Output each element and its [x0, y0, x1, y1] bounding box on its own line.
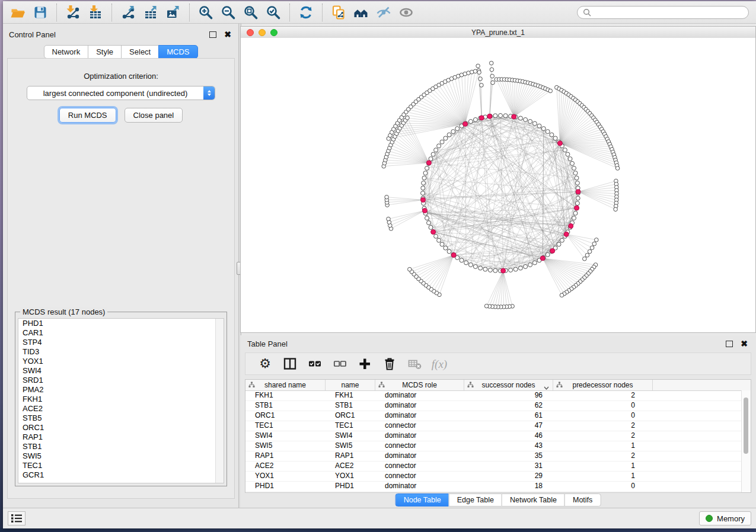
table-row[interactable]: RAP1RAP1dominator352 — [245, 451, 751, 462]
mcds-result-list[interactable]: PHD1CAR1STP4TID3YOX1SWI4SRD1PMA2FKH1ACE2… — [18, 318, 224, 483]
mcds-result-item[interactable]: SWI5 — [18, 451, 224, 461]
tab-mcds[interactable]: MCDS — [158, 45, 197, 59]
cell: 1 — [553, 462, 653, 471]
tab-network[interactable]: Network — [43, 45, 88, 59]
mcds-result-item[interactable]: STB1 — [18, 442, 224, 451]
mcds-result-scrollbar[interactable] — [215, 319, 224, 483]
import-network-button[interactable] — [62, 3, 84, 22]
optimization-criterion-select[interactable]: largest connected component (undirected) — [27, 86, 215, 100]
table-row[interactable]: YOX1YOX1connector291 — [245, 472, 751, 482]
network-view-window: YPA_prune.txt_1 — [240, 26, 756, 333]
table-row[interactable]: PHD1PHD1dominator180 — [245, 482, 751, 492]
mcds-result-item[interactable]: STB5 — [18, 414, 224, 423]
mcds-result-item[interactable]: TEC1 — [18, 461, 224, 470]
mcds-result-item[interactable]: GCR1 — [18, 470, 224, 480]
cell: 61 — [464, 411, 553, 421]
network-canvas[interactable] — [241, 38, 755, 332]
column-header-successor-nodes[interactable]: successor nodes — [464, 380, 553, 390]
tab-motifs[interactable]: Motifs — [564, 493, 601, 507]
tab-node-table[interactable]: Node Table — [395, 493, 449, 507]
show-all-button[interactable] — [395, 3, 417, 22]
tab-select[interactable]: Select — [121, 45, 159, 59]
table-settings-button[interactable]: ⚙ — [253, 354, 277, 373]
run-mcds-button[interactable]: Run MCDS — [59, 108, 116, 123]
import-table-button[interactable] — [84, 3, 107, 22]
column-header-name[interactable]: name — [326, 380, 375, 390]
zoom-fit-button[interactable] — [240, 3, 262, 22]
first-neighbors-button[interactable] — [350, 3, 372, 22]
zoom-in-button[interactable] — [194, 3, 217, 22]
table-row[interactable]: ACE2ACE2connector311 — [245, 462, 751, 472]
mcds-result-item[interactable]: TID3 — [18, 347, 224, 357]
maximize-window-icon[interactable] — [270, 29, 277, 36]
open-session-button[interactable] — [7, 3, 29, 22]
table-scrollbar[interactable] — [741, 390, 751, 492]
tab-network-table[interactable]: Network Table — [502, 493, 565, 507]
close-panel-icon[interactable]: ✖ — [224, 30, 231, 39]
network-view-titlebar[interactable]: YPA_prune.txt_1 — [241, 27, 755, 39]
hide-selected-button[interactable] — [372, 3, 395, 22]
cell: FKH1 — [326, 391, 375, 400]
mcds-result-item[interactable]: SRD1 — [18, 376, 224, 385]
cell: dominator — [375, 411, 464, 421]
memory-button[interactable]: Memory — [699, 511, 751, 525]
tab-style[interactable]: Style — [88, 45, 122, 59]
close-panel-button[interactable]: Close panel — [125, 108, 183, 123]
search-input[interactable] — [595, 8, 743, 17]
export-table-button[interactable] — [139, 3, 162, 22]
mcds-result-item[interactable]: PHD1 — [18, 319, 224, 328]
table-row[interactable]: STB1STB1dominator620 — [245, 401, 751, 411]
mcds-result-item[interactable]: ORC1 — [18, 423, 224, 432]
apply-layout-button[interactable] — [295, 3, 317, 22]
clear-selection-button[interactable] — [327, 354, 352, 373]
cell: 43 — [464, 441, 553, 451]
float-table-panel-icon[interactable] — [726, 341, 733, 347]
tree-icon — [467, 382, 474, 390]
table-scrollbar-thumb[interactable] — [744, 398, 748, 454]
column-header-shared-name[interactable]: shared name — [245, 380, 326, 390]
mcds-result-item[interactable]: ACE2 — [18, 404, 224, 414]
mcds-result-item[interactable]: CAR1 — [18, 328, 224, 338]
mcds-result-item[interactable]: PMA2 — [18, 385, 224, 395]
minimize-window-icon[interactable] — [259, 29, 266, 36]
mcds-result-item[interactable]: STP4 — [18, 338, 224, 347]
column-header-predecessor-nodes[interactable]: predecessor nodes — [553, 380, 653, 390]
clear-selection-icon — [333, 357, 347, 371]
cell: dominator — [375, 451, 464, 461]
table-body: FKH1FKH1dominator962STB1STB1dominator620… — [245, 391, 751, 492]
close-window-icon[interactable] — [247, 29, 254, 36]
mcds-panel: Optimization criterion: largest connecte… — [7, 58, 235, 499]
toggle-columns-button[interactable] — [277, 354, 302, 373]
table-row[interactable]: FKH1FKH1dominator962 — [245, 391, 751, 401]
mcds-result-item[interactable]: FKH1 — [18, 395, 224, 404]
network-from-selection-button[interactable] — [327, 3, 350, 22]
table-row[interactable]: SWI5SWI5connector431 — [245, 441, 751, 451]
mcds-result-item[interactable]: SWI4 — [18, 366, 224, 376]
select-all-button[interactable] — [302, 354, 327, 373]
mcds-result-item[interactable]: RAP1 — [18, 432, 224, 442]
cell: RAP1 — [245, 451, 326, 461]
delete-columns-button[interactable] — [377, 354, 402, 373]
table-row[interactable]: TEC1TEC1connector472 — [245, 421, 751, 431]
search-box[interactable] — [577, 6, 749, 19]
table-row[interactable]: SWI4SWI4dominator462 — [245, 431, 751, 441]
mcds-result-item[interactable]: YOX1 — [18, 357, 224, 366]
zoom-selected-button[interactable] — [262, 3, 285, 22]
float-panel-icon[interactable] — [209, 31, 216, 38]
tab-edge-table[interactable]: Edge Table — [449, 493, 502, 507]
create-column-button[interactable] — [352, 354, 377, 373]
column-header-MCDS-role[interactable]: MCDS role — [375, 380, 464, 390]
open-session-icon — [10, 5, 25, 20]
toolbar-separator — [322, 4, 323, 21]
column-label: predecessor nodes — [572, 381, 633, 389]
save-session-button[interactable] — [29, 3, 52, 22]
export-network-button[interactable] — [117, 3, 139, 22]
show-panels-list-button[interactable] — [8, 511, 25, 525]
close-table-panel-icon[interactable]: ✖ — [741, 339, 748, 348]
zoom-out-button[interactable] — [217, 3, 240, 22]
import-table-icon — [88, 5, 103, 20]
delete-table-icon — [407, 357, 422, 371]
export-image-button[interactable] — [162, 3, 184, 22]
cell: ORC1 — [326, 411, 375, 421]
table-row[interactable]: ORC1ORC1dominator610 — [245, 411, 751, 421]
